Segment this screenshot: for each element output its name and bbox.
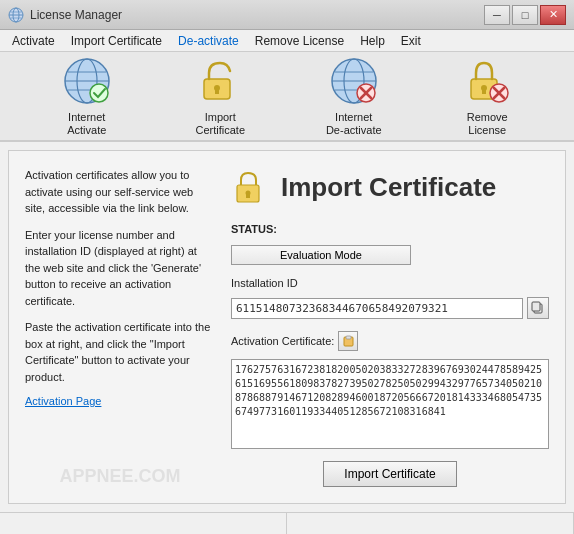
installation-id-label: Installation ID	[231, 277, 549, 289]
desc-text-1: Activation certificates allow you to act…	[25, 167, 215, 217]
import-btn-container: Import Certificate	[231, 457, 549, 487]
import-certificate-button[interactable]: Import Certificate	[323, 461, 456, 487]
titlebar-title: License Manager	[30, 8, 122, 22]
left-panel: Activation certificates allow you to act…	[25, 167, 215, 487]
statusbar-right	[287, 513, 574, 534]
menu-exit[interactable]: Exit	[393, 32, 429, 50]
toolbar-deactivate-label: Internet De-activate	[326, 111, 382, 137]
heading-padlock-icon	[231, 167, 271, 207]
copy-id-button[interactable]	[527, 297, 549, 319]
menu-remove-license[interactable]: Remove License	[247, 32, 352, 50]
internet-activate-icon	[61, 55, 113, 107]
toolbar-internet-deactivate[interactable]: Internet De-activate	[309, 55, 399, 137]
toolbar-internet-activate[interactable]: Internet Activate	[42, 55, 132, 137]
svg-rect-34	[346, 336, 351, 339]
remove-license-icon	[461, 55, 513, 107]
paste-icon	[342, 335, 355, 348]
minimize-button[interactable]: ─	[484, 5, 510, 25]
svg-rect-32	[532, 302, 540, 311]
cert-textarea[interactable]	[231, 359, 549, 449]
desc-text-2: Enter your license number and installati…	[25, 227, 215, 310]
section-heading: Import Certificate	[231, 167, 549, 207]
copy-icon	[531, 301, 545, 315]
maximize-button[interactable]: □	[512, 5, 538, 25]
activation-page-link[interactable]: Activation Page	[25, 395, 215, 407]
paste-cert-button[interactable]	[338, 331, 358, 351]
svg-rect-30	[246, 193, 250, 198]
toolbar-remove-label: Remove License	[467, 111, 508, 137]
titlebar-left: License Manager	[8, 7, 122, 23]
toolbar-remove-license[interactable]: Remove License	[442, 55, 532, 137]
desc-text-3: Paste the activation certificate into th…	[25, 319, 215, 385]
titlebar-controls: ─ □ ✕	[484, 5, 566, 25]
main-content: Activation certificates allow you to act…	[8, 150, 566, 504]
import-cert-icon	[194, 55, 246, 107]
status-value-button[interactable]: Evaluation Mode	[231, 245, 411, 265]
svg-point-10	[90, 84, 108, 102]
svg-rect-13	[215, 88, 219, 94]
toolbar-activate-label: Internet Activate	[67, 111, 106, 137]
app-icon	[8, 7, 24, 23]
status-label: STATUS:	[231, 223, 549, 235]
titlebar: License Manager ─ □ ✕	[0, 0, 574, 30]
toolbar: Internet Activate Import Certificate Int…	[0, 52, 574, 142]
installation-id-input[interactable]	[231, 298, 523, 319]
statusbar	[0, 512, 574, 534]
cert-label: Activation Certificate:	[231, 335, 334, 347]
close-button[interactable]: ✕	[540, 5, 566, 25]
menubar: Activate Import Certificate De-activate …	[0, 30, 574, 52]
right-panel: Import Certificate STATUS: Evaluation Mo…	[231, 167, 549, 487]
menu-activate[interactable]: Activate	[4, 32, 63, 50]
svg-rect-24	[482, 88, 486, 94]
menu-help[interactable]: Help	[352, 32, 393, 50]
toolbar-import-certificate[interactable]: Import Certificate	[175, 55, 265, 137]
toolbar-import-label: Import Certificate	[195, 111, 245, 137]
menu-import-certificate[interactable]: Import Certificate	[63, 32, 170, 50]
menu-deactivate[interactable]: De-activate	[170, 32, 247, 50]
installation-id-row	[231, 297, 549, 319]
section-title: Import Certificate	[281, 172, 496, 203]
internet-deactivate-icon	[328, 55, 380, 107]
cert-label-row: Activation Certificate:	[231, 331, 549, 351]
statusbar-left	[0, 513, 287, 534]
watermark: APPNEE.COM	[25, 466, 215, 487]
